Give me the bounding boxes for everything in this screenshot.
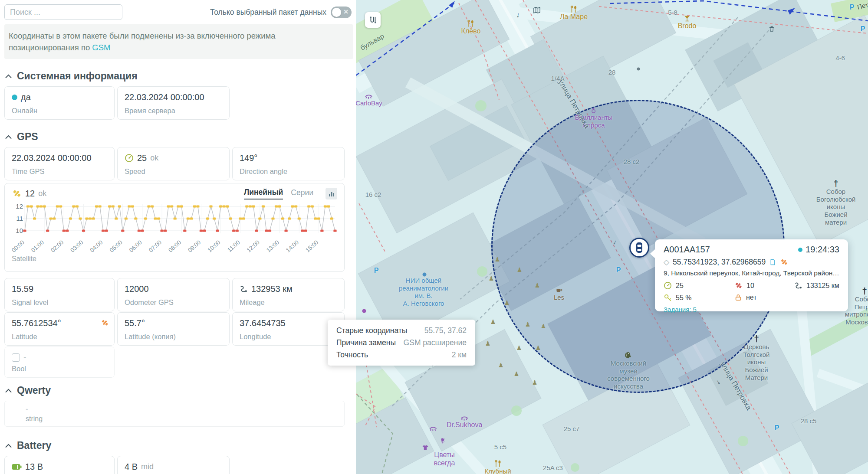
- old-coordinates-tooltip: Старые координаты55.75, 37.62 Причина за…: [328, 320, 475, 366]
- monument-icon: ♟: [490, 318, 496, 325]
- key-icon: [664, 294, 672, 302]
- card-speed: 25 ok Speed: [117, 147, 230, 180]
- vehicle-popup[interactable]: A001AA157 19:24:33 ◇ 55.75341923, 37.629…: [655, 239, 848, 311]
- speed-value: 25: [137, 153, 147, 163]
- server-time-label: Время сервера: [125, 107, 222, 115]
- section-qwerty[interactable]: Qwerty: [5, 385, 356, 396]
- svg-text:11: 11: [16, 215, 23, 222]
- only-selected-packet-toggle[interactable]: ✕: [331, 7, 352, 18]
- card-voltage: 4 Вmid Voltage: [117, 456, 230, 474]
- longitude-value: 37.6454735: [240, 318, 337, 328]
- card-direction: 149° Direction angle: [232, 147, 345, 180]
- tooltip-value: 55.75, 37.62: [424, 324, 467, 337]
- tooltip-label: Старые координаты: [336, 324, 407, 337]
- svg-text:06:00: 06:00: [128, 239, 143, 253]
- copy-icon[interactable]: [769, 258, 776, 266]
- map-label-text: Московский музей современного искусства: [607, 360, 650, 390]
- section-system[interactable]: Системная информация: [5, 70, 356, 82]
- lash-icon: [460, 415, 469, 421]
- map-label: 28 c5: [801, 417, 817, 425]
- car-icon: [635, 242, 644, 253]
- card-signal: 15.59 Signal level: [4, 278, 115, 311]
- ext-voltage-value: 13 В: [25, 462, 43, 472]
- bar-chart-icon: [329, 191, 335, 197]
- gsm-substituted-icon: [780, 258, 788, 266]
- vehicle-marker[interactable]: [629, 238, 649, 258]
- vehicle-coords: 55.75341923, 37.62968659: [673, 258, 766, 267]
- monument-icon: ♟: [541, 323, 546, 330]
- map-label-text: 28 c2: [624, 158, 640, 166]
- online-label: Онлайн: [12, 107, 107, 115]
- coffee-icon: [556, 286, 563, 294]
- map-label-text: Клёво: [461, 27, 481, 36]
- chevron-up-icon: [5, 74, 12, 78]
- cross-poi: †Собор Боголюбской иконы Божией матери: [816, 179, 856, 226]
- section-battery[interactable]: Battery: [5, 440, 356, 451]
- svg-text:01:00: 01:00: [30, 239, 45, 253]
- trash-poi: [768, 25, 775, 32]
- map-label-text: Клубный: [484, 467, 511, 474]
- tooltip-label: Причина замены: [336, 337, 396, 349]
- cross-icon: †: [862, 286, 867, 295]
- svg-text:08:00: 08:00: [167, 239, 182, 253]
- map-label-text: P: [861, 25, 865, 33]
- svg-text:13:00: 13:00: [265, 239, 280, 253]
- map-label-text: 28: [608, 69, 616, 76]
- map-label: 25 c7: [564, 425, 580, 433]
- card-ext-voltage: 13 В External voltage: [4, 456, 115, 474]
- route-tool-button[interactable]: [365, 12, 381, 28]
- popup-lock: нет: [746, 294, 757, 301]
- search-input[interactable]: [4, 4, 122, 20]
- tab-linear[interactable]: Линейный: [244, 188, 283, 199]
- ring-icon: [590, 107, 597, 114]
- coffee-poi: Les: [554, 286, 564, 301]
- chart-mode-button[interactable]: [326, 188, 337, 199]
- map-label-text: CarloBay: [356, 99, 382, 107]
- section-gps[interactable]: GPS: [5, 131, 356, 143]
- tab-series[interactable]: Серии: [291, 188, 313, 199]
- satellite-count: 12: [25, 189, 35, 199]
- cross-icon: †: [833, 179, 838, 188]
- map-label-text: P: [775, 424, 779, 432]
- tshirt-poi: [422, 444, 429, 451]
- monument-icon: ♟: [532, 379, 538, 386]
- card-server-time: 22.03.2024 00:00:00 Время сервера: [117, 86, 230, 120]
- monument-icon: ♟: [525, 321, 531, 328]
- map-label-text: Ла Маре: [560, 13, 588, 21]
- cross-icon: †: [754, 334, 759, 343]
- satellite-line-chart[interactable]: 12111000:0001:0002:0003:0004:0005:0006:0…: [12, 199, 338, 253]
- speedometer-icon: [664, 281, 672, 290]
- poi-dot: [423, 273, 427, 277]
- restaurant-poi: Клубный: [484, 460, 511, 474]
- section-system-title: Системная информация: [17, 70, 138, 82]
- speedometer-icon: [125, 154, 134, 163]
- map-label-text: 4-6: [835, 54, 845, 62]
- bool-checkbox[interactable]: [12, 353, 20, 362]
- map-label-text: P: [850, 3, 855, 12]
- latitude-value: 55.7612534°: [12, 318, 107, 328]
- card-odometer: 12000 Odometer GPS: [117, 278, 230, 311]
- map-label: 4-6: [835, 54, 845, 62]
- monument-icon: ♟: [535, 282, 540, 289]
- svg-text:00:00: 00:00: [12, 239, 26, 253]
- lash-icon: [429, 426, 437, 432]
- tshirt-icon: [422, 444, 429, 451]
- tasks-link[interactable]: Задания: 5: [664, 306, 839, 313]
- popup-speed: 25: [676, 282, 684, 290]
- satellite-icon: [12, 189, 22, 199]
- voltage-value: 4 В: [125, 462, 138, 472]
- svg-text:04:00: 04:00: [89, 239, 104, 253]
- string-label: string: [26, 415, 337, 423]
- svg-text:03:00: 03:00: [69, 239, 84, 253]
- map-label-text: 5-8: [668, 9, 677, 16]
- gsm-link[interactable]: GSM: [92, 43, 110, 52]
- svg-text:15:00: 15:00: [304, 239, 319, 253]
- restaurant-icon: [494, 460, 502, 467]
- card-time-gps: 22.03.2024 00:00:00 Time GPS: [4, 147, 115, 180]
- monument-icon: ♟: [489, 275, 494, 282]
- speed-status: ok: [150, 154, 158, 163]
- map[interactable]: КлёвоЛа МареBrodo5-84-61/4A28Бриллианты …: [356, 0, 868, 474]
- svg-text:05:00: 05:00: [108, 239, 124, 253]
- map-label: P: [850, 3, 855, 12]
- map-label-text: Собор Боголюбской иконы Божией матери: [816, 188, 856, 226]
